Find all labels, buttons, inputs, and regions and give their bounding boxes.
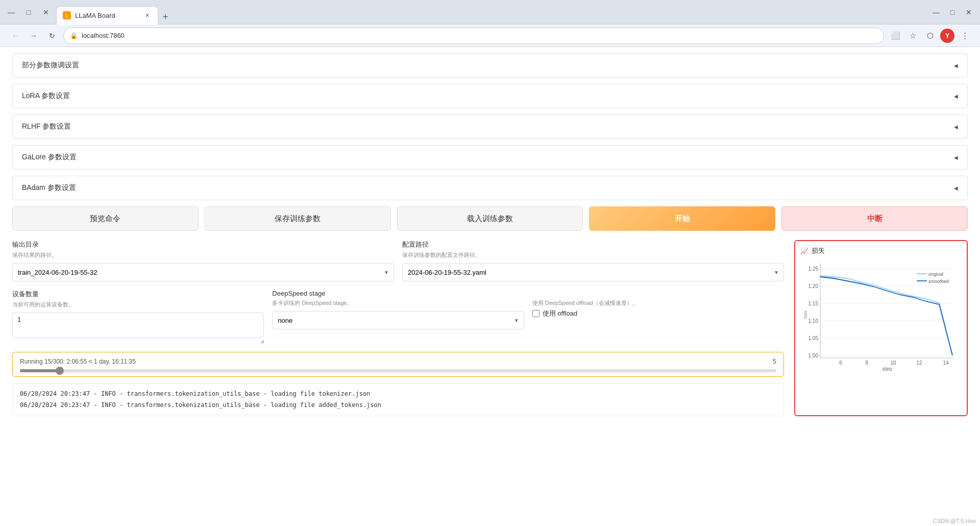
chart-title: 📈 损失 (800, 246, 962, 255)
accordion-partial-finetune-header[interactable]: 部分参数微调设置 ◀ (13, 54, 967, 77)
output-config-row: 输出目录 保存结果的路径。 train_2024-06-20-19-55-32 … (12, 240, 784, 281)
accordion-badam: BAdam 参数设置 ◀ (12, 176, 968, 200)
chart-icon: 📈 (800, 247, 808, 255)
progress-bar-bg[interactable] (20, 369, 776, 372)
tab-bar: L LLaMA Board ✕ + (56, 0, 926, 25)
refresh-button[interactable]: ↻ (45, 29, 59, 43)
log-output: 06/20/2024 20:23:47 - INFO - transformer… (12, 383, 784, 416)
menu-icon[interactable]: ⋮ (958, 29, 972, 43)
browser-chrome: — □ ✕ L LLaMA Board ✕ + — □ ✕ (0, 0, 980, 25)
progress-bar-fill (20, 369, 58, 372)
output-dir-hint: 保存结果的路径。 (12, 251, 394, 259)
svg-text:loss: loss (803, 310, 808, 319)
profile-avatar[interactable]: Y (940, 29, 954, 43)
deepspeed-stage-label: DeepSpeed stage (272, 290, 524, 297)
deepspeed-offload-hint-text: 使用 DeepSpeed offload（会减慢速度）。 (532, 299, 638, 307)
log-line-1: 06/20/2024 20:23:47 - INFO - transformer… (20, 389, 776, 400)
extensions-icon[interactable]: ⬡ (923, 29, 937, 43)
deepspeed-offload-group: placeholder 使用 DeepSpeed offload（会减慢速度）。… (532, 290, 784, 344)
back-button[interactable]: ← (8, 29, 22, 43)
config-path-select-wrapper: 2024-06-20-19-55-32.yaml ▼ (402, 263, 784, 281)
tab-close-button[interactable]: ✕ (142, 11, 152, 20)
svg-text:14: 14 (943, 360, 949, 366)
close-button[interactable]: ✕ (39, 5, 53, 19)
watermark: CSDN @T.S.Hoo (928, 516, 980, 526)
device-count-input[interactable] (12, 313, 264, 338)
progress-value: 5 (773, 357, 776, 365)
loss-chart-svg: 1.25 1.20 1.15 1.10 1.05 1.00 loss (800, 258, 962, 371)
accordion-lora: LoRA 参数设置 ◀ (12, 84, 968, 108)
start-button[interactable]: 开始 (589, 206, 775, 231)
screenshot-icon[interactable]: ⬜ (888, 29, 902, 43)
svg-text:1.00: 1.00 (808, 353, 819, 358)
accordion-lora-label: LoRA 参数设置 (22, 91, 70, 101)
svg-text:original: original (928, 272, 943, 277)
minimize-button[interactable]: — (4, 5, 18, 19)
progress-text: Running 15/300: 2:06:55 < 1 day, 16:11:3… (20, 358, 136, 365)
address-text: localhost:7860 (82, 32, 125, 39)
load-params-button[interactable]: 载入训练参数 (397, 206, 583, 231)
deepspeed-stage-select[interactable]: none 0 1 2 3 (272, 311, 524, 329)
page-content: 部分参数微调设置 ◀ LoRA 参数设置 ◀ RLHF 参数设置 ◀ GaLor… (0, 47, 980, 526)
svg-text:1.05: 1.05 (808, 336, 819, 341)
window-restore-button[interactable]: □ (945, 5, 960, 19)
config-path-hint: 保存训练参数的配置文件路径。 (402, 251, 784, 259)
browser-controls: — □ ✕ (4, 5, 53, 19)
nav-bar: ← → ↻ 🔒 localhost:7860 ⬜ ☆ ⬡ Y ⋮ (0, 25, 980, 47)
accordion-rlhf-label: RLHF 参数设置 (22, 122, 71, 131)
device-count-label: 设备数量 (12, 290, 264, 299)
window-minimize-button[interactable]: — (929, 5, 943, 19)
svg-text:12: 12 (916, 360, 922, 366)
output-dir-select[interactable]: train_2024-06-20-19-55-32 (12, 263, 394, 281)
accordion-badam-header[interactable]: BAdam 参数设置 ◀ (13, 176, 967, 200)
save-params-button[interactable]: 保存训练参数 (205, 206, 391, 231)
deepspeed-offload-checkbox-row: 使用 offload (532, 309, 784, 318)
deepspeed-offload-checkbox[interactable] (532, 310, 540, 317)
deepspeed-stage-group: DeepSpeed stage 多卡训练的 DeepSpeed stage。 n… (272, 290, 524, 344)
progress-thumb[interactable] (56, 367, 64, 375)
chart-title-text: 损失 (812, 246, 825, 255)
chart-container: 1.25 1.20 1.15 1.10 1.05 1.00 loss (800, 258, 962, 372)
preview-command-button[interactable]: 预览命令 (12, 206, 199, 231)
abort-button[interactable]: 中断 (781, 206, 968, 231)
device-count-group: 设备数量 当前可用的运算设备数。 1 ◢ (12, 290, 264, 344)
config-path-group: 配置路径 保存训练参数的配置文件路径。 2024-06-20-19-55-32.… (402, 240, 784, 281)
accordion-partial-finetune: 部分参数微调设置 ◀ (12, 53, 968, 78)
tab-title: LLaMA Board (75, 12, 115, 19)
deepspeed-stage-hint: 多卡训练的 DeepSpeed stage。 (272, 299, 524, 307)
accordion-rlhf-arrow: ◀ (954, 124, 958, 130)
accordion-badam-arrow: ◀ (954, 185, 958, 191)
accordion-rlhf-header[interactable]: RLHF 参数设置 ◀ (13, 115, 967, 138)
config-path-select[interactable]: 2024-06-20-19-55-32.yaml (402, 263, 784, 281)
svg-text:10: 10 (890, 360, 896, 366)
svg-text:6: 6 (839, 360, 842, 366)
watermark-text: CSDN @T.S.Hoo (933, 518, 976, 524)
accordion-partial-finetune-label: 部分参数微调设置 (22, 61, 79, 70)
accordion-galore-header[interactable]: GaLore 参数设置 ◀ (13, 146, 967, 169)
security-icon: 🔒 (70, 32, 78, 39)
maximize-button[interactable]: □ (21, 5, 36, 19)
address-bar[interactable]: 🔒 localhost:7860 (63, 28, 884, 44)
progress-section: Running 15/300: 2:06:55 < 1 day, 16:11:3… (12, 352, 784, 377)
training-left: 输出目录 保存结果的路径。 train_2024-06-20-19-55-32 … (12, 240, 784, 416)
window-close-button[interactable]: ✕ (962, 5, 976, 19)
svg-text:1.15: 1.15 (808, 301, 819, 306)
output-dir-group: 输出目录 保存结果的路径。 train_2024-06-20-19-55-32 … (12, 240, 394, 281)
accordion-lora-header[interactable]: LoRA 参数设置 ◀ (13, 84, 967, 108)
forward-button[interactable]: → (27, 29, 41, 43)
svg-text:step: step (883, 366, 892, 371)
accordion-lora-arrow: ◀ (954, 93, 958, 99)
bookmark-icon[interactable]: ☆ (905, 29, 920, 43)
svg-text:1.20: 1.20 (808, 283, 819, 289)
chart-panel: 📈 损失 1.25 1.20 1.15 1.10 1.05 1.00 loss (794, 240, 968, 416)
output-dir-select-wrapper: train_2024-06-20-19-55-32 ▼ (12, 263, 394, 281)
new-tab-button[interactable]: + (158, 10, 173, 25)
deepspeed-offload-hint: 使用 DeepSpeed offload（会减慢速度）。 (532, 299, 784, 307)
device-count-hint: 当前可用的运算设备数。 (12, 301, 264, 308)
original-line (820, 276, 952, 355)
log-line-2: 06/20/2024 20:23:47 - INFO - transformer… (20, 400, 776, 411)
resize-indicator: ◢ (12, 339, 264, 344)
active-tab[interactable]: L LLaMA Board ✕ (56, 6, 158, 25)
action-buttons-row: 预览命令 保存训练参数 载入训练参数 开始 中断 (12, 206, 968, 231)
device-deepspeed-row: 设备数量 当前可用的运算设备数。 1 ◢ DeepSpeed stage 多卡训… (12, 290, 784, 344)
